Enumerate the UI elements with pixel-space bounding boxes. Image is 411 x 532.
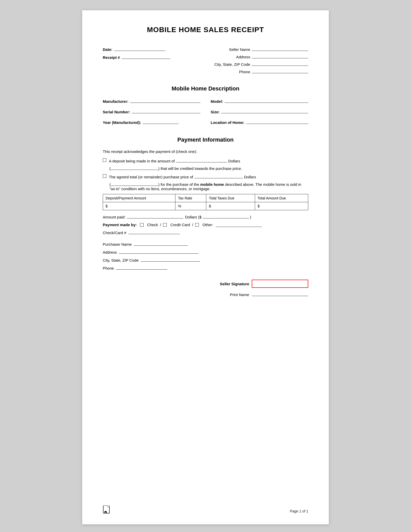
footer: e Page 1 of 1 (82, 506, 329, 517)
top-section: Date: Receipt # Seller Name Address City… (103, 46, 308, 76)
brand-icon: e (103, 506, 111, 517)
signature-section: Seller Signature Print Name (103, 280, 308, 297)
cell-total-taxes: $ (206, 202, 255, 210)
seller-address-row: Address (206, 54, 308, 59)
model-label: Model: (211, 99, 223, 104)
seller-city-label: City, State, ZIP Code (214, 62, 250, 67)
deposit-checkbox[interactable] (103, 158, 106, 162)
agreed-detail: for the purchase of the (161, 182, 199, 187)
right-fields: Seller Name Address City, State, ZIP Cod… (206, 46, 308, 76)
year-label: Year (Manufactured): (103, 120, 141, 125)
agreed-content: The agreed total (or remainder) purchase… (109, 174, 308, 179)
col-tax-rate: Tax Rate (175, 194, 206, 202)
credit-checkbox[interactable] (163, 223, 167, 227)
seller-phone-line (252, 69, 308, 73)
seller-phone-label: Phone (239, 70, 250, 74)
date-line (114, 46, 165, 51)
location-line (246, 119, 308, 124)
other-label: Other: (202, 223, 213, 227)
deposit-checkbox-row: A deposit being made in the amount of Do… (103, 158, 308, 163)
agreed-text: The agreed total (or remainder) purchase… (109, 175, 193, 179)
agreed-bold: mobile home (200, 182, 224, 187)
deposit-indent: () that will be credited towards the pur… (109, 165, 308, 171)
desc-row2: Serial Number: Size: (103, 109, 308, 117)
purchaser-name-label: Purchaser Name (103, 242, 132, 246)
other-line (216, 222, 262, 227)
serial-row: Serial Number: (103, 109, 200, 114)
slash2: / (192, 223, 193, 227)
deposit-dollar-line (111, 165, 158, 170)
manufacturer-row: Manufacturer: (103, 98, 200, 104)
manufacturer-line (130, 98, 200, 103)
cell-tax-rate: % (175, 202, 206, 210)
size-label: Size: (211, 110, 220, 114)
desc-row1: Manufacturer: Model: (103, 98, 308, 106)
check-checkbox[interactable] (140, 223, 144, 227)
seller-sig-box[interactable] (252, 280, 308, 288)
serial-line (132, 109, 200, 113)
receipt-row: Receipt # (103, 54, 206, 60)
payment-table: Deposit/Payment Amount Tax Rate Total Ta… (103, 194, 308, 210)
print-name-row: Print Name (230, 291, 308, 297)
purchaser-name-line (134, 241, 188, 246)
receipt-line (122, 54, 170, 59)
seller-sig-row: Seller Signature (220, 280, 308, 288)
description-title: Mobile Home Description (103, 85, 308, 92)
year-row: Year (Manufactured): (103, 119, 200, 125)
svg-text:e: e (105, 511, 106, 514)
col-total-amount: Total Amount Due (255, 194, 308, 202)
deposit-content: A deposit being made in the amount of Do… (109, 158, 308, 163)
payment-made-label: Payment made by: (103, 223, 137, 227)
manufacturer-label: Manufacturer: (103, 99, 128, 104)
deposit-amount-line (176, 158, 227, 162)
purchaser-phone-row: Phone (103, 265, 308, 270)
date-label: Date: (103, 47, 113, 52)
amount-paid-row: Amount paid: Dollars ($ ) (103, 214, 308, 219)
seller-address-line (252, 54, 308, 58)
page-title: MOBILE HOME SALES RECEIPT (103, 26, 308, 34)
amount-paid-dollar-line (203, 214, 249, 218)
purchaser-section: Purchaser Name Address City, State, ZIP … (103, 241, 308, 270)
amount-paid-suffix: Dollars ($ (185, 215, 201, 219)
payment-intro: This receipt acknowledges the payment of… (103, 149, 308, 154)
seller-address-label: Address (236, 55, 250, 59)
purchaser-phone-label: Phone (103, 266, 114, 270)
location-label: Location of Home: (211, 120, 245, 125)
cell-total-amount: $ (255, 202, 308, 210)
description-fields: Manufacturer: Model: Serial Number: Size… (103, 98, 308, 127)
cell-deposit: $ (103, 202, 175, 210)
agreed-amount-line (194, 174, 243, 178)
card-number-label: Check/Card # (103, 231, 126, 235)
amount-paid-label: Amount paid: (103, 215, 125, 219)
size-line (221, 109, 308, 113)
table-header-row: Deposit/Payment Amount Tax Rate Total Ta… (103, 194, 308, 202)
seller-city-row: City, State, ZIP Code (206, 61, 308, 67)
credit-label: Credit Card (170, 223, 190, 227)
table-data-row: $ % $ $ (103, 202, 308, 210)
amount-paid-line (127, 214, 183, 218)
receipt-label: Receipt # (103, 55, 120, 60)
seller-name-row: Seller Name (206, 46, 308, 52)
other-checkbox[interactable] (195, 223, 199, 227)
purchaser-city-line (141, 257, 200, 262)
purchaser-city-label: City, State, ZIP Code (103, 258, 139, 262)
model-line (225, 98, 308, 103)
col-deposit: Deposit/Payment Amount (103, 194, 175, 202)
date-row: Date: (103, 46, 206, 52)
seller-name-line (252, 46, 308, 51)
page: MOBILE HOME SALES RECEIPT Date: Receipt … (82, 10, 329, 524)
slash1: / (160, 223, 161, 227)
agreed-dollar-line (111, 181, 158, 186)
agreed-checkbox[interactable] (103, 174, 106, 178)
amount-paid-end: ) (250, 215, 251, 219)
seller-city-line (252, 61, 308, 66)
agreed-suffix: Dollars (244, 175, 256, 179)
card-number-line (128, 230, 180, 234)
seller-sig-label: Seller Signature (220, 282, 249, 286)
purchaser-name-row: Purchaser Name (103, 241, 308, 246)
payment-made-row: Payment made by: Check / Credit Card / O… (103, 222, 308, 227)
serial-label: Serial Number: (103, 110, 130, 114)
deposit-suffix: Dollars (228, 159, 240, 163)
seller-phone-row: Phone (206, 69, 308, 74)
agreed-checkbox-row: The agreed total (or remainder) purchase… (103, 174, 308, 179)
